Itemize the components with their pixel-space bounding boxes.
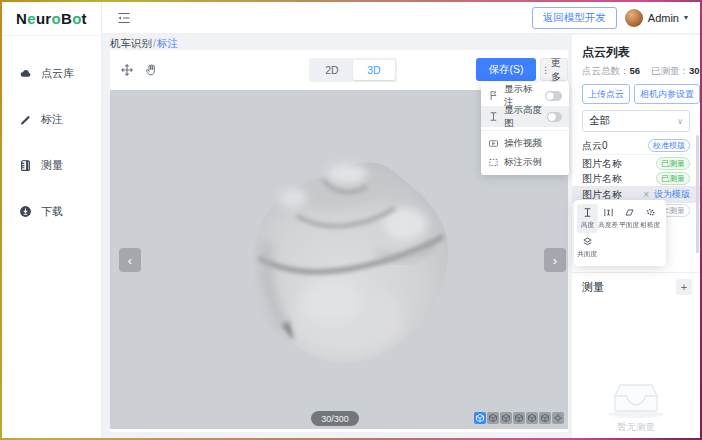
measured-label: 已测量： — [651, 65, 689, 76]
show-annotation-toggle-off[interactable] — [545, 91, 562, 101]
calibration-template-badge: 校准模版 — [648, 139, 690, 152]
menu-item-label: 标注示例 — [504, 156, 542, 169]
tool-height[interactable]: 高度 — [577, 204, 598, 233]
logo-letter: ur — [36, 10, 52, 27]
more-button[interactable]: ⋮ 更多 — [540, 58, 568, 81]
panel-content: 点云列表 点云总数：56 已测量：30 上传点云 相机内参设置 全部 ∨ 点云0… — [572, 35, 700, 218]
measured-badge: 已测量 — [656, 157, 690, 170]
flag-icon — [488, 90, 499, 101]
filter-select[interactable]: 全部 ∨ — [582, 110, 690, 132]
tool-height-diff[interactable]: 高度差 — [598, 204, 619, 233]
sidebar-item-download[interactable]: 下载 — [2, 188, 101, 234]
measured-value: 30 — [689, 65, 700, 76]
panel-scrollbar[interactable] — [696, 135, 699, 253]
panel-title: 点云列表 — [582, 44, 690, 61]
app-window: NeuroBot 点云库 标注 测量 下载 返回模型开发 — [2, 2, 700, 438]
tool-roughness[interactable]: 粗糙度 — [640, 204, 661, 233]
tool-label: 平面度 — [620, 221, 640, 230]
menu-item-label: 操作视频 — [504, 137, 542, 150]
panel-divider — [572, 272, 700, 273]
avatar — [625, 9, 643, 27]
add-measure-button[interactable]: + — [676, 279, 692, 295]
locate-icon[interactable] — [552, 412, 564, 424]
close-icon[interactable]: × — [643, 189, 649, 200]
toggle-3d[interactable]: 3D — [353, 60, 395, 80]
item-name: 点云0 — [582, 139, 608, 153]
measure-title: 测量 — [582, 280, 604, 295]
menu-item-annotation-example[interactable]: 标注示例 — [481, 153, 569, 172]
view-cube-button[interactable] — [539, 412, 551, 424]
menu-item-operation-video[interactable]: 操作视频 — [481, 134, 569, 153]
menu-item-label: 显示高度图 — [504, 104, 542, 130]
tool-flatness[interactable]: 平面度 — [619, 204, 640, 233]
logo-letter: B — [61, 10, 72, 27]
measure-tools-popup: 高度 高度差 平面度 粗糙度 共面度 — [574, 200, 666, 266]
sidebar-item-annotate[interactable]: 标注 — [2, 96, 101, 142]
breadcrumb-parent[interactable]: 机车识别 — [110, 37, 152, 49]
total-label: 点云总数： — [582, 65, 630, 76]
list-item[interactable]: 图片名称 已测量 — [582, 156, 690, 171]
empty-box-shadow — [608, 411, 664, 418]
logo-gear-letter: o — [52, 10, 61, 27]
tool-label: 高度差 — [599, 221, 619, 230]
app-logo: NeuroBot — [2, 2, 101, 36]
tool-coplanarity[interactable]: 共面度 — [577, 233, 598, 262]
image-counter: 30/300 — [311, 411, 359, 426]
tooth-3d-model — [227, 132, 467, 372]
measured-stat: 已测量：30 — [651, 65, 700, 78]
sidebar-item-label: 下载 — [41, 204, 63, 219]
measure-section-header: 测量 + — [582, 279, 692, 295]
sidebar: NeuroBot 点云库 标注 测量 下载 — [2, 2, 102, 438]
view-cube-button-active[interactable] — [474, 412, 486, 424]
item-name: 图片名称 — [582, 157, 622, 171]
toggle-2d[interactable]: 2D — [311, 60, 353, 80]
list-item[interactable]: 点云0 校准模版 — [582, 137, 690, 155]
view-cube-button[interactable] — [526, 412, 538, 424]
ruler-icon — [19, 159, 32, 172]
coplanarity-icon — [582, 236, 593, 247]
view-cube-button[interactable] — [487, 412, 499, 424]
empty-state: 暂无测量 — [572, 382, 700, 434]
chevron-right-icon: › — [553, 253, 557, 268]
dashed-frame-icon — [488, 157, 499, 168]
breadcrumb-current: 标注 — [157, 37, 178, 49]
sidebar-nav: 点云库 标注 测量 下载 — [2, 50, 101, 234]
view-cube-button[interactable] — [513, 412, 525, 424]
empty-text: 暂无测量 — [572, 421, 700, 434]
menu-item-show-heightmap[interactable]: 显示高度图 — [481, 106, 569, 127]
sidebar-item-pointcloud-library[interactable]: 点云库 — [2, 50, 101, 96]
more-dropdown-menu: 显示标注 显示高度图 操作视频 标注示例 — [481, 82, 569, 175]
filter-value: 全部 — [589, 114, 610, 128]
panel-stats: 点云总数：56 已测量：30 — [582, 65, 690, 78]
panel-buttons: 上传点云 相机内参设置 — [582, 84, 690, 104]
pen-icon — [19, 113, 32, 126]
view-mode-toggle: 2D 3D — [309, 58, 397, 82]
next-image-button[interactable]: › — [544, 248, 566, 272]
save-button[interactable]: 保存(S) — [476, 58, 536, 81]
hand-drag-icon[interactable] — [144, 63, 158, 77]
logo-letter: t — [82, 10, 87, 27]
list-item[interactable]: 图片名称 已测量 — [582, 171, 690, 186]
screenshot-frame: NeuroBot 点云库 标注 测量 下载 返回模型开发 — [0, 0, 702, 440]
prev-image-button[interactable]: ‹ — [119, 248, 141, 272]
username: Admin — [648, 12, 679, 24]
show-heightmap-toggle-off[interactable] — [547, 112, 562, 122]
collapse-menu-icon[interactable] — [116, 12, 132, 24]
camera-intrinsics-button[interactable]: 相机内参设置 — [634, 84, 700, 104]
user-menu[interactable]: Admin ▾ — [625, 9, 688, 27]
total-stat: 点云总数：56 — [582, 65, 640, 78]
ibeam-icon — [488, 111, 499, 122]
view-cube-bar — [474, 412, 564, 424]
back-to-model-dev-button[interactable]: 返回模型开发 — [532, 7, 617, 29]
upload-pointcloud-button[interactable]: 上传点云 — [582, 84, 630, 104]
sidebar-item-measure[interactable]: 测量 — [2, 142, 101, 188]
view-cube-button[interactable] — [500, 412, 512, 424]
total-value: 56 — [630, 65, 641, 76]
breadcrumb: 机车识别/标注 — [110, 37, 178, 51]
item-name: 图片名称 — [582, 172, 622, 186]
menu-divider — [481, 130, 569, 131]
sidebar-item-label: 测量 — [41, 158, 63, 173]
pan-move-icon[interactable] — [120, 63, 134, 77]
chevron-down-icon: ∨ — [677, 117, 683, 126]
breadcrumb-separator: / — [153, 37, 156, 49]
